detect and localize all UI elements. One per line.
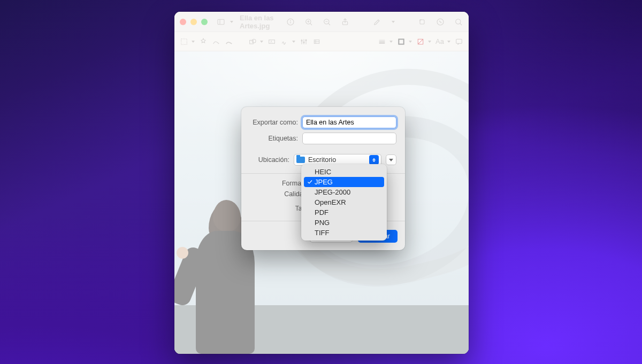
- format-dropdown-menu: HEIC JPEG JPEG-2000 OpenEXR PDF PNG TIFF: [301, 164, 387, 241]
- text-tool-button[interactable]: A: [268, 37, 276, 46]
- expand-location-button[interactable]: [386, 154, 396, 165]
- window-minimize-button[interactable]: [190, 19, 197, 25]
- search-button[interactable]: [454, 17, 463, 27]
- location-value: Escritorio: [308, 156, 336, 164]
- export-as-label: Exportar como:: [250, 119, 298, 126]
- markup-toolbar: A Aa: [174, 32, 469, 51]
- adjust-color-button[interactable]: [300, 37, 308, 46]
- window-traffic-lights: [180, 19, 208, 25]
- svg-point-26: [303, 42, 304, 43]
- text-style-button[interactable]: Aa: [435, 37, 450, 45]
- updown-stepper-icon: [369, 155, 379, 165]
- format-option-jpeg[interactable]: JPEG: [304, 177, 384, 187]
- draw-tool-button[interactable]: [225, 37, 233, 46]
- line-style-button[interactable]: [378, 37, 393, 46]
- markup-menu-chevron-icon[interactable]: [392, 21, 395, 23]
- tags-label: Etiquetas:: [250, 135, 298, 142]
- zoom-in-button[interactable]: [304, 17, 314, 27]
- svg-rect-32: [399, 39, 403, 44]
- shapes-tool-button[interactable]: [248, 37, 263, 46]
- svg-rect-0: [218, 19, 224, 24]
- svg-rect-35: [456, 39, 462, 43]
- svg-line-16: [460, 23, 462, 25]
- svg-line-10: [328, 23, 330, 25]
- instant-alpha-button[interactable]: [199, 37, 208, 46]
- svg-rect-13: [420, 20, 424, 24]
- window-zoom-button[interactable]: [201, 19, 208, 25]
- annotate-button[interactable]: [455, 37, 463, 46]
- window-close-button[interactable]: [180, 19, 186, 25]
- svg-point-25: [301, 40, 302, 41]
- sign-tool-button[interactable]: [280, 37, 295, 46]
- rotate-button[interactable]: [417, 17, 427, 27]
- markup-toggle-button[interactable]: [372, 17, 382, 27]
- share-button[interactable]: [340, 17, 350, 27]
- highlight-button[interactable]: [435, 17, 445, 27]
- svg-point-27: [305, 40, 307, 41]
- adjust-size-button[interactable]: [312, 37, 321, 46]
- check-icon: [307, 179, 313, 185]
- folder-icon: [296, 157, 305, 163]
- tags-input[interactable]: [302, 133, 396, 144]
- format-option-heic[interactable]: HEIC: [304, 167, 384, 177]
- format-option-openexr[interactable]: OpenEXR: [304, 197, 384, 207]
- window-titlebar: Ella en las Artes.jpg: [174, 12, 469, 32]
- window-title: Ella en las Artes.jpg: [240, 14, 281, 30]
- format-option-pdf[interactable]: PDF: [304, 207, 384, 218]
- format-label: Formato:: [250, 180, 309, 187]
- svg-point-19: [252, 39, 256, 43]
- selection-tool-button[interactable]: [180, 37, 195, 46]
- zoom-out-button[interactable]: [322, 17, 332, 27]
- sidebar-toggle-button[interactable]: [216, 17, 233, 27]
- sketch-tool-button[interactable]: [212, 37, 220, 46]
- export-as-input[interactable]: [302, 117, 396, 128]
- location-label: Ubicación:: [250, 156, 289, 164]
- info-button[interactable]: [286, 17, 295, 27]
- svg-point-15: [456, 19, 461, 24]
- format-option-jpeg2000[interactable]: JPEG-2000: [304, 187, 384, 197]
- svg-line-6: [310, 23, 312, 25]
- quality-label: Calidad:: [250, 190, 309, 198]
- fill-color-button[interactable]: [416, 37, 431, 46]
- svg-point-4: [291, 20, 291, 21]
- svg-rect-17: [181, 38, 187, 44]
- format-option-png[interactable]: PNG: [304, 218, 384, 228]
- format-option-tiff[interactable]: TIFF: [304, 228, 384, 238]
- svg-text:A: A: [270, 40, 272, 43]
- border-color-button[interactable]: [397, 37, 412, 46]
